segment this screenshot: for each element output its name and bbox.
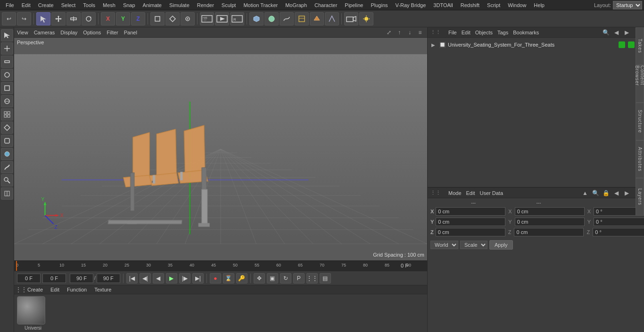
tab-content-browser[interactable]: Content Browser xyxy=(636,65,644,103)
attr-lock-icon[interactable]: 🔒 xyxy=(602,189,610,197)
bottom-menu-create[interactable]: Create xyxy=(27,287,43,292)
object-row-main[interactable]: ▶ 🔲 University_Seating_System_For_Three_… xyxy=(429,40,642,50)
playback-extra-3[interactable]: ↻ xyxy=(280,273,291,283)
sidebar-rotate-tool[interactable] xyxy=(1,69,13,81)
attr-search-icon[interactable]: 🔍 xyxy=(591,189,600,197)
attr-nav-icon-3[interactable]: ▶ xyxy=(622,189,631,197)
menu-mesh[interactable]: Mesh xyxy=(99,1,119,9)
vp-menu-options[interactable]: Options xyxy=(83,30,101,35)
go-start-button[interactable]: |◀ xyxy=(126,273,138,283)
axis-x-button[interactable]: X xyxy=(101,12,115,25)
sidebar-texture-mode[interactable] xyxy=(1,95,13,107)
playback-extra-5[interactable]: ⋮⋮ xyxy=(306,273,318,283)
add-light-button[interactable] xyxy=(359,12,373,25)
z-input-3[interactable] xyxy=(593,228,644,236)
model-mode-button[interactable] xyxy=(150,12,165,25)
redo-button[interactable]: ↪ xyxy=(17,12,31,25)
step-back-button[interactable]: ◀| xyxy=(140,273,151,283)
record-button[interactable]: ● xyxy=(210,273,221,283)
menu-animate[interactable]: Animate xyxy=(139,1,165,9)
vp-menu-filter[interactable]: Filter xyxy=(107,30,118,35)
step-forward-button[interactable]: |▶ xyxy=(179,273,190,283)
vp-icon-arrow-up[interactable]: ↑ xyxy=(395,28,404,37)
timeline[interactable]: 0 5 10 15 20 25 30 35 40 45 50 55 60 65 … xyxy=(14,260,427,271)
playback-extra-1[interactable]: ✥ xyxy=(254,273,265,283)
z-input-2[interactable] xyxy=(514,228,584,236)
frame-start-input[interactable] xyxy=(17,274,41,283)
play-forward-button[interactable]: ▶ xyxy=(166,273,177,283)
point-mode-button[interactable] xyxy=(181,12,195,25)
y-input-2[interactable] xyxy=(515,218,585,226)
obj-menu-file[interactable]: File xyxy=(448,30,457,35)
playback-extra-2[interactable]: ▣ xyxy=(267,273,278,283)
rotate-tool-button[interactable] xyxy=(82,12,96,25)
sidebar-paint-tool[interactable] xyxy=(1,148,13,160)
frame-total-input[interactable] xyxy=(97,274,120,283)
menu-render[interactable]: Render xyxy=(193,1,218,9)
bottom-menu-texture[interactable]: Texture xyxy=(94,287,111,292)
z-input-1[interactable] xyxy=(436,228,505,236)
menu-redshift[interactable]: Redshift xyxy=(457,1,483,9)
menu-script[interactable]: Script xyxy=(483,1,504,9)
x-input-2[interactable] xyxy=(515,207,585,216)
attr-menu-userdata[interactable]: User Data xyxy=(480,190,504,196)
sidebar-scale-tool[interactable] xyxy=(1,56,13,68)
undo-button[interactable]: ↩ xyxy=(2,12,16,25)
menu-pipeline[interactable]: Pipeline xyxy=(341,1,367,9)
render-active-button[interactable]: R xyxy=(230,12,244,25)
vp-menu-cameras[interactable]: Cameras xyxy=(34,30,55,35)
select-tool-button[interactable] xyxy=(36,12,50,25)
vp-icon-expand[interactable]: ⤢ xyxy=(385,28,393,37)
menu-mograph[interactable]: MoGraph xyxy=(281,1,311,9)
bottom-menu-function[interactable]: Function xyxy=(67,287,87,292)
tab-layers[interactable]: Layers xyxy=(636,178,644,216)
add-cube-button[interactable] xyxy=(249,12,264,25)
scale-tool-button[interactable] xyxy=(66,12,81,25)
obj-nav-left-icon[interactable]: ◀ xyxy=(612,28,620,37)
go-end-button[interactable]: ▶| xyxy=(192,273,204,283)
playback-extra-6[interactable]: ▤ xyxy=(320,273,331,283)
add-generator-button[interactable] xyxy=(310,12,324,25)
menu-plugins[interactable]: Plugins xyxy=(367,1,391,9)
sidebar-brush-tool[interactable] xyxy=(1,174,13,186)
move-tool-button[interactable] xyxy=(51,12,66,25)
x-input-1[interactable] xyxy=(436,207,505,216)
attr-nav-icon-1[interactable]: ▲ xyxy=(581,189,589,197)
menu-tools[interactable]: Tools xyxy=(79,1,99,9)
keyframe-button[interactable]: 🔑 xyxy=(236,273,248,283)
vp-menu-view[interactable]: View xyxy=(17,30,28,35)
axis-y-button[interactable]: Y xyxy=(116,12,130,25)
obj-search-icon[interactable]: 🔍 xyxy=(602,28,610,37)
add-camera-button[interactable] xyxy=(344,12,358,25)
frame-end-input[interactable] xyxy=(70,274,93,283)
sidebar-snap-tool[interactable] xyxy=(1,121,13,134)
menu-help[interactable]: Help xyxy=(530,1,548,9)
menu-edit[interactable]: Edit xyxy=(18,1,34,9)
vp-menu-panel[interactable]: Panel xyxy=(124,30,137,35)
y-input-3[interactable] xyxy=(594,218,644,226)
sidebar-model-mode[interactable] xyxy=(1,82,13,94)
obj-menu-bookmarks[interactable]: Bookmarks xyxy=(513,30,539,35)
play-back-button[interactable]: ◀ xyxy=(153,273,164,283)
add-deformer-button[interactable] xyxy=(325,12,339,25)
vp-menu-display[interactable]: Display xyxy=(60,30,77,35)
mesh-edit-button[interactable] xyxy=(165,12,180,25)
render-region-button[interactable]: 🎬 xyxy=(200,12,214,25)
scale-dropdown[interactable]: Scale xyxy=(460,241,487,249)
obj-menu-objects[interactable]: Objects xyxy=(475,30,493,35)
attr-nav-icon-2[interactable]: ◀ xyxy=(612,189,620,197)
playback-extra-4[interactable]: P xyxy=(293,273,305,283)
y-input-1[interactable] xyxy=(436,218,505,226)
menu-create[interactable]: Create xyxy=(34,1,58,9)
3d-viewport[interactable]: X Y Z Perspective Grid Spacing : 100 cm xyxy=(14,38,427,260)
axis-z-button[interactable]: Z xyxy=(131,12,145,25)
sidebar-extra-tool[interactable] xyxy=(1,187,13,200)
menu-select[interactable]: Select xyxy=(58,1,80,9)
sidebar-cursor-tool[interactable] xyxy=(1,29,13,41)
layout-dropdown[interactable]: Startup xyxy=(613,1,642,9)
menu-3dtoall[interactable]: 3DTOAll xyxy=(429,1,456,9)
sidebar-move-tool[interactable] xyxy=(1,42,13,55)
tab-structure[interactable]: Structure xyxy=(636,103,644,140)
menu-character[interactable]: Character xyxy=(311,1,341,9)
sidebar-sculpt-tool[interactable] xyxy=(1,161,13,173)
